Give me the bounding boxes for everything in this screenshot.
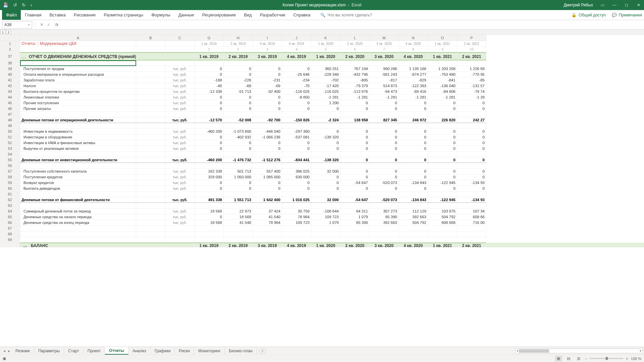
cell[interactable]: 0 — [370, 146, 399, 152]
cell[interactable]: 0 — [253, 95, 282, 100]
cell[interactable]: -753 480 — [428, 72, 457, 77]
user-name[interactable]: Дмитрий Рябых — [564, 3, 593, 7]
tab-page-layout[interactable]: Разметка страницы — [100, 10, 147, 20]
cell[interactable] — [136, 66, 165, 72]
cell[interactable] — [253, 203, 282, 208]
row-head[interactable]: 43 — [0, 89, 20, 95]
cell[interactable] — [136, 197, 165, 203]
cell[interactable] — [224, 123, 253, 129]
zoom-level[interactable]: 100 % — [631, 357, 641, 361]
cell[interactable] — [428, 163, 457, 169]
cell[interactable] — [195, 231, 224, 237]
cell[interactable]: 360 251 — [311, 66, 340, 72]
cell[interactable] — [20, 203, 136, 208]
cell[interactable]: 0 — [224, 95, 253, 100]
cell[interactable]: 0 — [253, 180, 282, 186]
cell[interactable]: 504 792 — [399, 220, 428, 226]
zoom-in-icon[interactable]: + — [626, 357, 628, 361]
tab-nav-next[interactable]: ▸ — [7, 349, 11, 353]
cell[interactable] — [311, 191, 340, 197]
col-head[interactable]: I — [253, 35, 282, 41]
cell[interactable]: 1 200 — [311, 100, 340, 106]
cell[interactable]: -108 644 — [311, 208, 340, 214]
cell[interactable]: 0 — [428, 106, 457, 112]
tab-review[interactable]: Рецензирование — [198, 10, 240, 20]
zoom-out-icon[interactable]: − — [585, 357, 587, 361]
cell[interactable]: 0 — [457, 134, 486, 140]
cell[interactable]: 0 — [399, 140, 428, 146]
cell[interactable] — [136, 100, 165, 106]
col-head[interactable]: O — [428, 35, 457, 41]
cell[interactable] — [428, 123, 457, 129]
cell[interactable]: 0 — [340, 100, 370, 106]
cell[interactable]: 0 — [457, 146, 486, 152]
cell[interactable]: -92 400 — [253, 89, 282, 95]
cell[interactable] — [282, 231, 311, 237]
accept-formula-icon[interactable]: ✓ — [47, 22, 51, 27]
cell[interactable]: -581 243 — [370, 72, 399, 77]
cell[interactable]: -297 360 — [282, 129, 311, 134]
cell[interactable]: 0 — [282, 186, 311, 191]
row-head[interactable]: 45 — [0, 100, 20, 106]
cell[interactable]: 0 — [282, 140, 311, 146]
row-head[interactable]: 65 — [0, 214, 20, 220]
cell[interactable]: 0 — [428, 174, 457, 180]
row-head[interactable]: 37 — [0, 52, 20, 60]
cell[interactable] — [370, 231, 399, 237]
cell[interactable] — [195, 226, 224, 231]
cell[interactable]: 716 00 — [457, 220, 486, 226]
cell[interactable] — [253, 237, 282, 243]
cell[interactable]: 109 723 — [282, 220, 311, 226]
col-head[interactable]: G — [195, 35, 224, 41]
cell[interactable]: -674 277 — [399, 72, 428, 77]
cell[interactable] — [311, 163, 340, 169]
cell[interactable] — [253, 112, 282, 117]
cell[interactable]: -702 — [311, 77, 340, 83]
cell[interactable] — [165, 112, 195, 117]
cell[interactable] — [20, 163, 136, 169]
cell[interactable]: 112 129 — [399, 208, 428, 214]
cell[interactable]: 0 — [457, 140, 486, 146]
cell[interactable]: 0 — [399, 186, 428, 191]
cell[interactable]: -136 040 — [428, 83, 457, 89]
cell[interactable] — [370, 152, 399, 157]
cell[interactable]: 138 958 — [340, 117, 370, 123]
cell[interactable]: -17 420 — [311, 83, 340, 89]
cell[interactable]: 37 424 — [253, 208, 282, 214]
row-head[interactable]: 69 — [0, 237, 20, 243]
cell[interactable] — [136, 237, 165, 243]
cell[interactable] — [136, 117, 165, 123]
cell[interactable]: -1 281 — [370, 95, 399, 100]
cell[interactable] — [253, 191, 282, 197]
cell[interactable]: 0 — [340, 174, 370, 180]
cell[interactable] — [457, 226, 486, 231]
cell[interactable] — [195, 152, 224, 157]
cell[interactable] — [428, 152, 457, 157]
page-break-view-icon[interactable]: ▥ — [575, 356, 582, 362]
cell[interactable] — [165, 231, 195, 237]
cell[interactable]: -1 281 — [399, 95, 428, 100]
cell[interactable]: 0 — [224, 100, 253, 106]
cell[interactable]: 242 27 — [457, 117, 486, 123]
cell[interactable] — [311, 231, 340, 237]
row-head[interactable]: 51 — [0, 134, 20, 140]
cell[interactable]: -834 441 — [282, 157, 311, 163]
cell[interactable]: 0 — [370, 174, 399, 180]
cell[interactable]: -1 073 800 — [224, 129, 253, 134]
cell[interactable]: 0 — [224, 66, 253, 72]
cell[interactable]: 1 079 — [340, 214, 370, 220]
horizontal-scrollbar[interactable]: ◂▸ — [515, 349, 643, 353]
section-collapse-button[interactable]: … — [21, 243, 29, 247]
cell[interactable]: -12 338 — [195, 89, 224, 95]
comments-button[interactable]: 💬 Примечания — [612, 13, 642, 17]
cell[interactable]: 1 226 69 — [457, 66, 486, 72]
row-head[interactable]: 50 — [0, 129, 20, 134]
row-head[interactable]: 46 — [0, 106, 20, 112]
cell[interactable] — [224, 237, 253, 243]
cell[interactable]: 1 079 — [311, 220, 340, 226]
cell[interactable]: -402 932 — [224, 134, 253, 140]
cell[interactable] — [340, 237, 370, 243]
cell[interactable] — [340, 123, 370, 129]
cell[interactable]: 557 400 — [253, 169, 282, 174]
cell[interactable] — [195, 237, 224, 243]
